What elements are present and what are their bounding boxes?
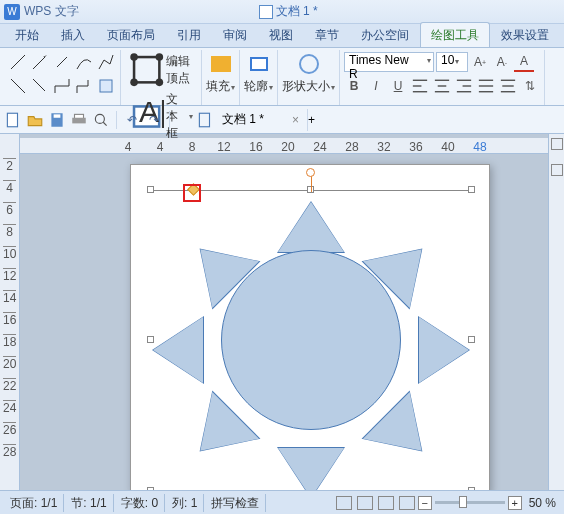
elbow-icon[interactable] xyxy=(52,76,72,96)
shape-size-label: 形状大小 xyxy=(282,79,330,93)
status-wordcount[interactable]: 字数: 0 xyxy=(115,494,165,512)
underline-icon[interactable]: U xyxy=(388,76,408,96)
panel-toggle-icon[interactable] xyxy=(551,138,563,150)
doc-title-text: 文档 1 * xyxy=(276,3,318,20)
tab-officespace[interactable]: 办公空间 xyxy=(350,22,420,47)
tab-review[interactable]: 审阅 xyxy=(212,22,258,47)
edit-vertex-label: 编辑顶点 xyxy=(166,53,193,87)
outline-button[interactable] xyxy=(245,50,273,78)
panel-toggle2-icon[interactable] xyxy=(551,164,563,176)
view-mode3-icon[interactable] xyxy=(378,496,394,510)
rotate-handle[interactable] xyxy=(306,168,315,177)
line2-icon[interactable] xyxy=(8,76,28,96)
svg-line-5 xyxy=(33,79,45,91)
zoom-value[interactable]: 50 % xyxy=(529,496,556,510)
ribbon-group-shapesize: 形状大小▾ xyxy=(278,50,340,105)
open-icon[interactable] xyxy=(26,111,44,129)
resize-handle-nw[interactable] xyxy=(147,186,154,193)
save-icon[interactable] xyxy=(48,111,66,129)
tab-view[interactable]: 视图 xyxy=(258,22,304,47)
vr-tick: 24 xyxy=(3,401,16,415)
view-mode2-icon[interactable] xyxy=(357,496,373,510)
zoom-thumb[interactable] xyxy=(459,496,467,508)
selected-shape[interactable] xyxy=(151,190,471,490)
redo-icon[interactable]: ↷ xyxy=(145,111,163,129)
hr-tick: 12 xyxy=(217,140,230,154)
document-tabs: 文档 1 * × + xyxy=(196,106,315,133)
document-icon xyxy=(259,5,273,19)
align-distribute-icon[interactable] xyxy=(498,76,518,96)
elbow-arrow-icon[interactable] xyxy=(74,76,94,96)
svg-rect-31 xyxy=(54,114,61,117)
line-tool-icon[interactable] xyxy=(8,52,28,72)
resize-handle-sw[interactable] xyxy=(147,487,154,490)
tab-pagelayout[interactable]: 页面布局 xyxy=(96,22,166,47)
fill-button[interactable] xyxy=(207,50,235,78)
zoom-slider[interactable] xyxy=(435,501,505,504)
hr-tick: 24 xyxy=(313,140,326,154)
outline-label: 轮廓 xyxy=(244,79,268,93)
zoom-in-icon[interactable]: + xyxy=(508,496,522,510)
font-color-icon[interactable]: A xyxy=(514,52,534,72)
increase-font-icon[interactable]: A+ xyxy=(470,52,490,72)
vertical-ruler: 2 4 6 8 10 12 14 16 18 20 22 24 26 28 xyxy=(0,134,20,490)
new-tab-icon[interactable]: + xyxy=(308,113,315,127)
ribbon-group-fill: 填充▾ xyxy=(202,50,240,105)
tab-references[interactable]: 引用 xyxy=(166,22,212,47)
shape-size-button[interactable] xyxy=(295,50,323,78)
italic-icon[interactable]: I xyxy=(366,76,386,96)
align-left-icon[interactable] xyxy=(410,76,430,96)
new-doc-icon[interactable] xyxy=(4,111,22,129)
hr-tick: 4 xyxy=(125,140,132,154)
arrow-tool-icon[interactable] xyxy=(30,52,50,72)
align-justify-icon[interactable] xyxy=(476,76,496,96)
print-icon[interactable] xyxy=(70,111,88,129)
resize-handle-ne[interactable] xyxy=(468,186,475,193)
decrease-font-icon[interactable]: A- xyxy=(492,52,512,72)
align-right-icon[interactable] xyxy=(454,76,474,96)
ribbon-tabs: 开始 插入 页面布局 引用 审阅 视图 章节 办公空间 绘图工具 效果设置 xyxy=(0,24,564,48)
arrow2-icon[interactable] xyxy=(30,76,50,96)
fill-label: 填充 xyxy=(206,79,230,93)
hr-tick: 48 xyxy=(473,140,486,154)
tab-section[interactable]: 章节 xyxy=(304,22,350,47)
undo-icon[interactable]: ↶ xyxy=(123,111,141,129)
title-bar: W WPS 文字 文档 1 * xyxy=(0,0,564,24)
tab-insert[interactable]: 插入 xyxy=(50,22,96,47)
font-size-select[interactable]: 10▾ xyxy=(436,52,468,72)
ribbon: 编辑顶点 A| 文本框▾ 填充▾ 轮廓▾ 形状大小▾ Times New R▾ … xyxy=(0,48,564,106)
tab-drawing-tools[interactable]: 绘图工具 xyxy=(420,22,490,47)
close-tab-icon[interactable]: × xyxy=(292,113,299,127)
curve-tool-icon[interactable] xyxy=(74,52,94,72)
wps-logo-icon: W xyxy=(4,4,20,20)
tab-effects[interactable]: 效果设置 xyxy=(490,22,560,47)
svg-rect-36 xyxy=(199,113,209,127)
canvas-area[interactable]: 4 4 8 12 16 20 24 28 32 36 40 48 xyxy=(20,134,548,490)
double-arrow-icon[interactable] xyxy=(52,52,72,72)
sun-shape[interactable] xyxy=(161,190,461,490)
right-tool-panel xyxy=(548,134,564,490)
app-name: WPS 文字 xyxy=(24,3,79,20)
document-page xyxy=(130,164,490,490)
zoom-out-icon[interactable]: − xyxy=(418,496,432,510)
tab-start[interactable]: 开始 xyxy=(4,22,50,47)
svg-line-35 xyxy=(103,122,106,125)
svg-line-4 xyxy=(11,79,25,93)
status-page[interactable]: 页面: 1/1 xyxy=(4,494,64,512)
view-mode4-icon[interactable] xyxy=(399,496,415,510)
resize-handle-se[interactable] xyxy=(468,487,475,490)
view-mode1-icon[interactable] xyxy=(336,496,352,510)
ribbon-group-outline: 轮廓▾ xyxy=(240,50,278,105)
align-center-icon[interactable] xyxy=(432,76,452,96)
doc-tab[interactable]: 文档 1 * × xyxy=(214,109,308,131)
status-spellcheck[interactable]: 拼写检查 xyxy=(205,494,266,512)
edit-vertex-button[interactable]: 编辑顶点 xyxy=(125,50,197,89)
shapes-more-icon[interactable] xyxy=(96,76,116,96)
vertical-text-icon[interactable]: ⇅ xyxy=(520,76,540,96)
status-section: 节: 1/1 xyxy=(65,494,113,512)
freeform-tool-icon[interactable] xyxy=(96,52,116,72)
horizontal-ruler: 4 4 8 12 16 20 24 28 32 36 40 48 xyxy=(20,138,548,154)
ribbon-group-lines xyxy=(4,50,121,105)
print-preview-icon[interactable] xyxy=(92,111,110,129)
font-name-select[interactable]: Times New R▾ xyxy=(344,52,434,72)
